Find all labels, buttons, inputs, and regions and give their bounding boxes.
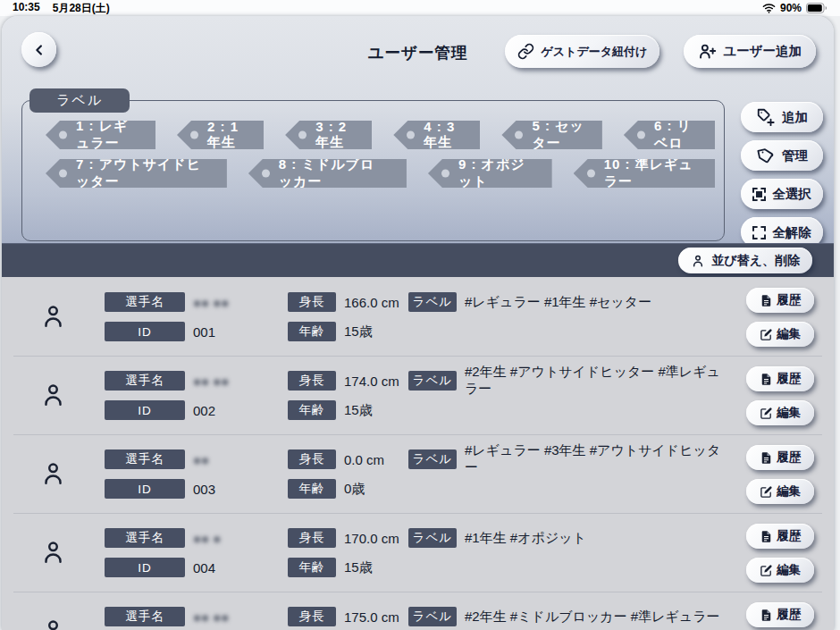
user-plus-icon: [698, 42, 717, 61]
clock: 10:35: [13, 1, 40, 16]
back-button[interactable]: [21, 32, 56, 67]
app-panel: ユーザー管理 ゲストデータ紐付け: [2, 16, 834, 630]
tag-icon: [756, 146, 776, 165]
label-chip-5[interactable]: 5 : セッター: [501, 121, 601, 149]
select-all-button[interactable]: 全選択: [741, 179, 823, 209]
user-table: 選手名●● ●● ID001 身長166.0 cm 年齢15歳 ラベル#レギュラ…: [2, 277, 834, 630]
player-height: 0.0 cm: [344, 452, 384, 467]
document-icon: [760, 294, 773, 307]
field-label-name: 選手名: [105, 528, 185, 548]
table-row: 選手名●● ID003 身長0.0 cm 年齢0歳 ラベル#レギュラー #3年生…: [2, 434, 834, 513]
label-chip-8[interactable]: 8 : ミドルブロッカー: [248, 159, 407, 188]
edit-pencil-icon: [760, 564, 773, 577]
wifi-icon: [762, 3, 776, 13]
field-label-id: ID: [105, 558, 185, 577]
player-name: ●● ●●: [193, 374, 229, 389]
field-label-height: 身長: [288, 371, 336, 391]
add-user-button[interactable]: ユーザー追加: [684, 35, 816, 68]
field-label-height: 身長: [288, 528, 336, 548]
field-label-height: 身長: [288, 607, 336, 626]
select-all-icon: [752, 188, 766, 201]
screen: 10:35 5月28日(土) 90%: [0, 0, 840, 630]
label-chip-1[interactable]: 1 : レギュラー: [46, 121, 155, 149]
label-chip-10[interactable]: 10 : 準レギュラー: [574, 159, 715, 188]
person-icon: [691, 254, 705, 268]
edit-button[interactable]: 編集: [746, 322, 814, 347]
list-toolbar: 並び替え、削除: [2, 243, 834, 277]
guest-data-link-button[interactable]: ゲストデータ紐付け: [505, 35, 659, 68]
sort-delete-button[interactable]: 並び替え、削除: [678, 248, 812, 273]
history-button[interactable]: 履歴: [746, 366, 814, 391]
field-label-age: 年齢: [288, 400, 336, 420]
field-label-age: 年齢: [288, 558, 336, 577]
field-label-labels: ラベル: [408, 292, 457, 312]
field-label-age: 年齢: [288, 479, 336, 499]
document-icon: [760, 609, 773, 622]
label-chip-2[interactable]: 2 : 1年生: [177, 121, 264, 149]
deselect-all-icon: [752, 226, 766, 239]
player-id: 001: [193, 324, 215, 340]
player-id: 004: [193, 560, 215, 575]
history-button[interactable]: 履歴: [746, 524, 814, 549]
edit-button[interactable]: 編集: [746, 558, 814, 583]
table-row: 選手名●● ●● ID 身長175.0 cm 年齢 ラベル#2年生 #ミドルブロ…: [2, 592, 834, 630]
avatar-person-icon: [39, 303, 67, 331]
player-age: 0歳: [344, 481, 365, 498]
link-icon: [517, 43, 534, 60]
player-height: 175.0 cm: [344, 609, 399, 625]
edit-button[interactable]: 編集: [746, 479, 814, 504]
history-button[interactable]: 履歴: [746, 445, 814, 470]
player-name: ●● ●●: [193, 295, 229, 310]
document-icon: [760, 451, 773, 465]
label-add-button[interactable]: 追加: [741, 102, 823, 132]
label-chip-4[interactable]: 4 : 3年生: [393, 121, 480, 149]
tag-plus-icon: [756, 107, 776, 127]
field-label-name: 選手名: [105, 292, 185, 312]
document-icon: [760, 530, 773, 543]
chip-hole-icon: [190, 131, 198, 139]
chip-hole-icon: [59, 170, 67, 178]
field-label-name: 選手名: [105, 449, 185, 469]
field-label-id: ID: [105, 400, 185, 420]
chip-hole-icon: [637, 131, 645, 139]
field-label-name: 選手名: [105, 607, 185, 626]
chip-hole-icon: [407, 131, 415, 139]
chevron-left-icon: [31, 42, 47, 58]
history-button[interactable]: 履歴: [746, 288, 814, 313]
player-age: 15歳: [344, 402, 373, 419]
labels-fieldset: ラベル 1 : レギュラー 2 : 1年生 3 : 2年生 4 : 3年生 5 …: [21, 100, 725, 241]
player-name: ●●: [193, 452, 209, 467]
field-label-height: 身長: [288, 292, 336, 312]
label-chip-3[interactable]: 3 : 2年生: [285, 121, 372, 149]
edit-pencil-icon: [760, 485, 773, 499]
chip-hole-icon: [441, 170, 449, 178]
labels-legend: ラベル: [29, 88, 130, 113]
avatar-person-icon: [39, 617, 67, 630]
label-chip-9[interactable]: 9 : オポジット: [428, 159, 552, 188]
chip-hole-icon: [515, 131, 523, 139]
chip-hole-icon: [298, 131, 307, 139]
document-icon: [760, 373, 773, 386]
player-id: 003: [193, 482, 215, 497]
field-label-labels: ラベル: [408, 371, 457, 391]
field-label-id: ID: [105, 322, 185, 341]
player-labels: #レギュラー #1年生 #セッター: [465, 294, 651, 311]
edit-button[interactable]: 編集: [746, 400, 814, 425]
label-manage-button[interactable]: 管理: [741, 140, 823, 171]
player-age: 15歳: [344, 559, 373, 576]
player-labels: #2年生 #アウトサイドヒッター #準レギュラー: [465, 364, 727, 398]
table-row: 選手名●● ●● ID001 身長166.0 cm 年齢15歳 ラベル#レギュラ…: [2, 277, 834, 356]
field-label-id: ID: [105, 479, 185, 499]
field-label-age: 年齢: [288, 322, 336, 341]
edit-pencil-icon: [760, 328, 773, 341]
player-labels: #2年生 #ミドルブロッカー #準レギュラー: [465, 609, 720, 626]
label-chip-7[interactable]: 7 : アウトサイドヒッター: [46, 159, 227, 188]
battery-percent: 90%: [780, 2, 802, 14]
player-name: ●● ●●: [193, 609, 229, 625]
label-chip-6[interactable]: 6 : リベロ: [624, 121, 715, 149]
player-height: 174.0 cm: [344, 374, 399, 389]
player-labels: #レギュラー #3年生 #アウトサイドヒッター: [465, 442, 727, 476]
field-label-name: 選手名: [105, 371, 185, 391]
history-button[interactable]: 履歴: [746, 602, 814, 627]
page-title: ユーザー管理: [368, 42, 468, 63]
